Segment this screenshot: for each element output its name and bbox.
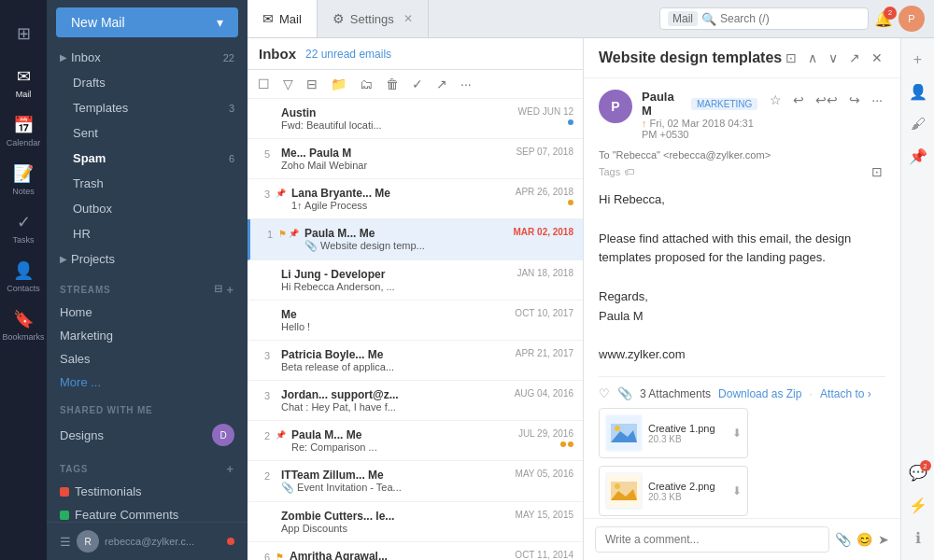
- more-icon[interactable]: ···: [458, 74, 474, 94]
- nav-item-inbox[interactable]: ▶ Inbox 22: [47, 45, 248, 70]
- icon-bar: ⊞ ✉ Mail 📅 Calendar 📝 Notes ✓ Tasks 👤 Co…: [0, 0, 47, 560]
- table-row[interactable]: Austin Fwd: Beautiful locati... WED JUN …: [248, 99, 583, 139]
- send-comment-icon[interactable]: ➤: [878, 532, 889, 547]
- rs-info-icon[interactable]: ℹ: [910, 524, 927, 553]
- preview-expand-icon[interactable]: ⊡: [783, 48, 800, 68]
- email-more-icon[interactable]: ···: [869, 90, 885, 110]
- pin-icon: 📌: [289, 229, 299, 239]
- notification-button[interactable]: 🔔 2: [874, 10, 893, 28]
- sidebar-item-contacts[interactable]: 👤 Contacts: [0, 252, 47, 301]
- table-row[interactable]: 3 📌 Lana Bryante... Me 1↑ Agile Process …: [248, 179, 583, 219]
- table-row[interactable]: 2 ITTeam Zillum... Me 📎 Event Invitation…: [248, 461, 583, 502]
- table-row[interactable]: 6 ⚑ Amritha Agrawal... Blog for the Be..…: [248, 542, 583, 560]
- expand-email-icon[interactable]: ⊡: [869, 161, 885, 182]
- stream-sales[interactable]: Sales: [47, 347, 248, 371]
- mail-label: Mail: [16, 90, 32, 99]
- table-row[interactable]: Me Hello ! OCT 10, 2017: [248, 301, 583, 341]
- sidebar-item-calendar[interactable]: 📅 Calendar: [0, 106, 47, 155]
- sidebar-item-tasks[interactable]: ✓ Tasks: [0, 203, 47, 252]
- nav-item-outbox[interactable]: Outbox: [47, 196, 248, 221]
- nav-item-projects[interactable]: ▶ Projects: [47, 246, 248, 272]
- rs-chat-icon[interactable]: 💬 2: [903, 458, 933, 487]
- stream-home[interactable]: Home: [47, 301, 248, 324]
- nav-item-templates[interactable]: Templates 3: [47, 95, 248, 120]
- attach-comment-icon[interactable]: 📎: [835, 532, 851, 547]
- streams-label: STREAMS ⊟ +: [47, 272, 248, 301]
- sidebar-item-notes[interactable]: 📝 Notes: [0, 155, 47, 203]
- tags-icon[interactable]: 🏷: [624, 166, 634, 177]
- layout-icon[interactable]: ⊟: [304, 74, 320, 94]
- nav-item-trash[interactable]: Trash: [47, 171, 248, 196]
- tab-close-icon[interactable]: ✕: [403, 12, 413, 25]
- check-icon[interactable]: ✓: [409, 74, 426, 94]
- delete-icon[interactable]: 🗑: [383, 74, 402, 94]
- comment-input[interactable]: [595, 526, 829, 553]
- attachment-download-icon[interactable]: ⬇: [732, 484, 742, 497]
- rs-add-icon[interactable]: +: [908, 46, 927, 74]
- tab-bar: ✉ Mail ⚙ Settings ✕ Mail 🔍 🔔 2 P: [248, 0, 934, 38]
- unread-label[interactable]: 22 unread emails: [305, 48, 391, 61]
- bookmarks-icon: 🔖: [13, 309, 34, 329]
- shared-designs[interactable]: Designs D: [47, 419, 248, 451]
- streams-filter-icon[interactable]: ⊟: [214, 283, 223, 297]
- preview-body: P Paula M MARKETING ↑ Fri, 02 Mar 2018 0…: [584, 78, 900, 518]
- tab-mail[interactable]: ✉ Mail: [248, 0, 318, 37]
- nav-item-drafts[interactable]: Drafts: [47, 70, 248, 95]
- email-forward-icon[interactable]: ↪: [846, 90, 863, 110]
- tab-settings[interactable]: ⚙ Settings ✕: [318, 0, 429, 37]
- stream-more[interactable]: More ...: [47, 371, 248, 394]
- sidebar-item-bookmarks[interactable]: 🔖 Bookmarks: [0, 301, 47, 349]
- table-row[interactable]: 3 Patricia Boyle... Me Beta release of a…: [248, 341, 583, 381]
- streams-add-icon[interactable]: +: [227, 283, 234, 297]
- email-reply-icon[interactable]: ↩: [790, 90, 807, 110]
- attach-to-link[interactable]: Attach to ›: [820, 387, 871, 400]
- hamburger-icon[interactable]: ☰: [60, 535, 71, 549]
- folder-icon[interactable]: 📁: [328, 74, 349, 94]
- rs-activity-icon[interactable]: ⚡: [903, 491, 933, 520]
- tag-testimonials[interactable]: Testimonials: [47, 480, 248, 503]
- archive-icon[interactable]: 🗂: [357, 74, 375, 94]
- search-input[interactable]: [720, 12, 860, 25]
- forward-toolbar-icon[interactable]: ↗: [433, 74, 450, 94]
- email-replyall-icon[interactable]: ↩↩: [813, 90, 841, 110]
- table-row[interactable]: 3 Jordan... support@z... Chat : Hey Pat,…: [248, 381, 583, 421]
- checkbox-icon[interactable]: ☐: [255, 74, 273, 94]
- new-mail-button[interactable]: New Mail ▾: [56, 7, 238, 37]
- sidebar-item-mail[interactable]: ✉ Mail: [0, 58, 47, 106]
- user-avatar-header[interactable]: P: [899, 6, 925, 32]
- user-avatar-footer: R: [77, 530, 99, 553]
- contacts-label: Contacts: [7, 284, 40, 293]
- attachment-item: Creative 2.png 20.3 KB ⬇: [599, 466, 748, 516]
- attachment-download-icon[interactable]: ⬇: [732, 427, 742, 440]
- table-row[interactable]: 5 Me... Paula M Zoho Mail Webinar SEP 07…: [248, 139, 583, 179]
- right-sidebar: + 👤 🖌 📌 💬 2 ⚡ ℹ: [900, 38, 934, 560]
- notes-icon: 📝: [13, 163, 34, 184]
- nav-item-spam[interactable]: Spam 6: [47, 146, 248, 171]
- table-row[interactable]: Li Jung - Developer Hi Rebecca Anderson,…: [248, 260, 583, 301]
- preview-down-icon[interactable]: ∨: [826, 48, 841, 68]
- table-row[interactable]: 2 📌 Paula M... Me Re: Comparison ... JUL…: [248, 421, 583, 461]
- rs-brush-icon[interactable]: 🖌: [905, 110, 931, 138]
- sender-name: Paula M: [642, 90, 676, 118]
- rs-person-icon[interactable]: 👤: [903, 77, 933, 106]
- svg-point-2: [615, 426, 620, 431]
- email-star-icon[interactable]: ☆: [767, 90, 785, 110]
- sidebar-item-grid[interactable]: ⊞: [0, 9, 47, 58]
- email-items: Austin Fwd: Beautiful locati... WED JUN …: [248, 99, 583, 560]
- tag-feature-comments[interactable]: Feature Comments: [47, 503, 248, 522]
- notification-badge: 2: [884, 7, 897, 20]
- table-row[interactable]: Zombie Cutters... le... App Discounts MA…: [248, 502, 583, 542]
- preview-up-icon[interactable]: ∧: [805, 48, 820, 68]
- nav-item-sent[interactable]: Sent: [47, 120, 248, 146]
- preview-popout-icon[interactable]: ↗: [846, 48, 863, 68]
- download-zip-link[interactable]: Download as Zip: [718, 387, 801, 400]
- tags-add-icon[interactable]: +: [227, 462, 234, 476]
- calendar-label: Calendar: [7, 138, 41, 147]
- preview-close-icon[interactable]: ✕: [869, 48, 885, 68]
- table-row[interactable]: 1 ⚑ 📌 Paula M... Me 📎 Website design tem…: [248, 219, 583, 260]
- emoji-comment-icon[interactable]: 😊: [856, 532, 872, 547]
- stream-marketing[interactable]: Marketing: [47, 324, 248, 347]
- rs-pin-icon[interactable]: 📌: [903, 142, 933, 171]
- nav-item-hr[interactable]: HR: [47, 221, 248, 246]
- filter-icon[interactable]: ▽: [280, 74, 296, 94]
